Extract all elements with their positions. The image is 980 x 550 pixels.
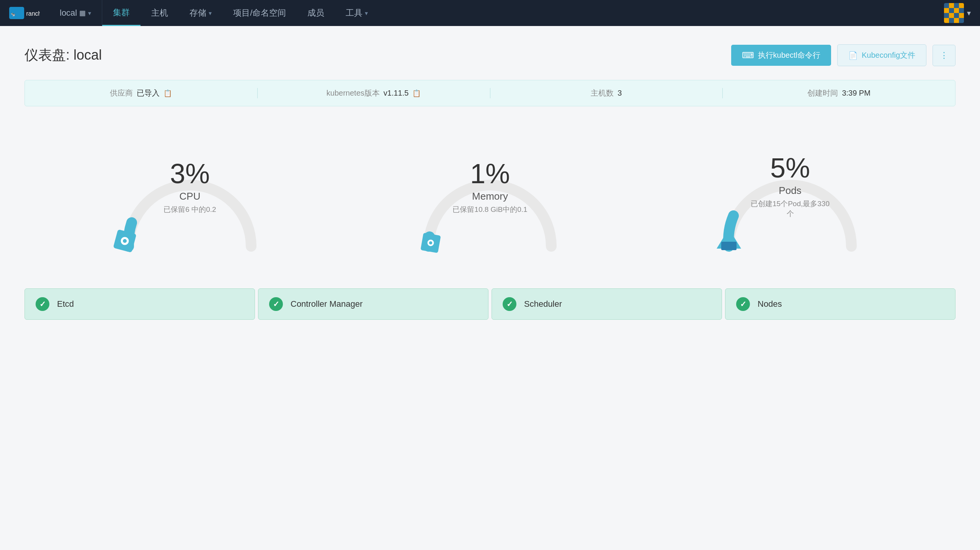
nav-item-projects[interactable]: 项目/命名空间 bbox=[222, 0, 297, 26]
memory-percent: 1% bbox=[452, 160, 527, 187]
kubeconfig-button[interactable]: 📄 Kubeconfig文件 bbox=[837, 44, 926, 66]
cpu-sublabel: 已保留6 中的0.2 bbox=[163, 205, 216, 215]
k8s-version-copy-icon[interactable]: 📋 bbox=[412, 89, 421, 98]
cpu-gauge: 3% CPU 已保留6 中的0.2 bbox=[90, 128, 289, 258]
nav-item-storage[interactable]: 存储 ▾ bbox=[179, 0, 222, 26]
info-created-time: 创建时间 3:39 PM bbox=[722, 88, 955, 98]
pods-sublabel: 已创建15个Pod,最多330 个 bbox=[750, 199, 830, 219]
vendor-copy-icon[interactable]: 📋 bbox=[163, 89, 172, 98]
nodes-check-icon: ✓ bbox=[736, 297, 750, 311]
nav-item-members[interactable]: 成员 bbox=[297, 0, 335, 26]
nav-items: 集群 主机 存储 ▾ 项目/命名空间 成员 工具 ▾ bbox=[102, 0, 944, 26]
cpu-gauge-icon bbox=[109, 226, 140, 258]
page-title: 仪表盘: local bbox=[24, 46, 102, 65]
terminal-icon: ⌨ bbox=[742, 50, 754, 60]
svg-point-5 bbox=[123, 239, 127, 243]
main-content: 仪表盘: local ⌨ 执行kubectl命令行 📄 Kubeconfig文件… bbox=[0, 26, 980, 338]
status-card-etcd: ✓ Etcd bbox=[24, 288, 255, 320]
user-avatar[interactable] bbox=[944, 3, 964, 23]
page-header: 仪表盘: local ⌨ 执行kubectl命令行 📄 Kubeconfig文件… bbox=[24, 44, 956, 66]
cpu-percent: 3% bbox=[163, 160, 216, 187]
cluster-icon: ▦ bbox=[79, 9, 86, 17]
svg-text:rancher: rancher bbox=[26, 10, 40, 17]
created-time-label: 创建时间 bbox=[807, 88, 838, 98]
nav-label-tools: 工具 bbox=[346, 7, 363, 19]
vendor-value: 已导入 bbox=[137, 88, 160, 98]
nav-right: ▾ bbox=[944, 3, 971, 23]
info-vendor: 供应商 已导入 📋 bbox=[25, 88, 257, 98]
status-card-scheduler: ✓ Scheduler bbox=[492, 288, 722, 320]
file-icon: 📄 bbox=[848, 51, 858, 60]
scheduler-check-icon: ✓ bbox=[503, 297, 516, 311]
cluster-chevron-icon: ▾ bbox=[88, 10, 91, 17]
vendor-label: 供应商 bbox=[110, 88, 133, 98]
nav-logo[interactable]: 🐄 rancher bbox=[9, 5, 40, 21]
nav-label-cluster: 集群 bbox=[113, 7, 130, 18]
more-button[interactable]: ⋮ bbox=[933, 45, 956, 66]
nav-label-host: 主机 bbox=[151, 7, 168, 19]
memory-sublabel: 已保留10.8 GiB中的0.1 bbox=[452, 205, 527, 215]
info-bar: 供应商 已导入 📋 kubernetes版本 v1.11.5 📋 主机数 3 创… bbox=[24, 80, 956, 106]
kubectl-button[interactable]: ⌨ 执行kubectl命令行 bbox=[731, 45, 831, 66]
scheduler-status-name: Scheduler bbox=[524, 299, 562, 309]
nav-label-members: 成员 bbox=[307, 7, 324, 19]
nav-label-projects: 项目/命名空间 bbox=[233, 7, 286, 19]
storage-chevron-icon: ▾ bbox=[209, 10, 212, 17]
cpu-label: CPU bbox=[163, 190, 216, 202]
info-k8s-version: kubernetes版本 v1.11.5 📋 bbox=[257, 88, 490, 98]
k8s-version-label: kubernetes版本 bbox=[327, 88, 380, 98]
controller-manager-check-icon: ✓ bbox=[269, 297, 283, 311]
pods-gauge: 5% Pods 已创建15个Pod,最多330 个 bbox=[691, 128, 890, 258]
pods-label: Pods bbox=[750, 185, 830, 197]
kubectl-label: 执行kubectl命令行 bbox=[758, 50, 820, 60]
cluster-selector[interactable]: local ▦ ▾ bbox=[49, 0, 102, 26]
gauges-row: 3% CPU 已保留6 中的0.2 bbox=[24, 128, 956, 258]
status-card-nodes: ✓ Nodes bbox=[725, 288, 956, 320]
host-count-value: 3 bbox=[617, 89, 622, 98]
status-card-controller-manager: ✓ Controller Manager bbox=[258, 288, 488, 320]
kubeconfig-label: Kubeconfig文件 bbox=[862, 50, 915, 60]
svg-rect-10 bbox=[721, 242, 737, 250]
etcd-check-icon: ✓ bbox=[36, 297, 49, 311]
k8s-version-value: v1.11.5 bbox=[384, 89, 409, 98]
cluster-name: local bbox=[60, 8, 77, 18]
memory-gauge: 1% Memory 已保留10.8 GiB中的0.1 bbox=[390, 128, 590, 258]
more-icon: ⋮ bbox=[940, 50, 948, 60]
pods-gauge-svg: 5% Pods 已创建15个Pod,最多330 个 bbox=[710, 128, 871, 258]
host-count-label: 主机数 bbox=[591, 88, 614, 98]
svg-text:🐄: 🐄 bbox=[11, 12, 16, 17]
cpu-gauge-svg: 3% CPU 已保留6 中的0.2 bbox=[109, 128, 270, 258]
header-actions: ⌨ 执行kubectl命令行 📄 Kubeconfig文件 ⋮ bbox=[731, 44, 956, 66]
created-time-value: 3:39 PM bbox=[842, 89, 870, 98]
nav-item-cluster[interactable]: 集群 bbox=[102, 0, 140, 26]
memory-label: Memory bbox=[452, 190, 527, 202]
status-cards-row: ✓ Etcd ✓ Controller Manager ✓ Scheduler … bbox=[23, 288, 957, 320]
tools-chevron-icon: ▾ bbox=[365, 10, 368, 17]
pods-percent: 5% bbox=[750, 154, 830, 182]
svg-point-8 bbox=[429, 241, 432, 244]
etcd-status-name: Etcd bbox=[57, 299, 74, 309]
nodes-status-name: Nodes bbox=[758, 299, 782, 309]
nav-label-storage: 存储 bbox=[189, 7, 206, 19]
nav-item-tools[interactable]: 工具 ▾ bbox=[335, 0, 379, 26]
navbar: 🐄 rancher local ▦ ▾ 集群 主机 存储 ▾ 项目/命名空间 成… bbox=[0, 0, 980, 26]
memory-gauge-svg: 1% Memory 已保留10.8 GiB中的0.1 bbox=[410, 128, 570, 258]
info-host-count: 主机数 3 bbox=[490, 88, 723, 98]
user-menu-chevron-icon[interactable]: ▾ bbox=[967, 8, 971, 18]
pods-gauge-center: 5% Pods 已创建15个Pod,最多330 个 bbox=[750, 154, 830, 219]
nav-item-host[interactable]: 主机 bbox=[140, 0, 179, 26]
memory-gauge-icon bbox=[417, 229, 444, 258]
pods-gauge-icon bbox=[714, 226, 744, 258]
cpu-gauge-center: 3% CPU 已保留6 中的0.2 bbox=[163, 160, 216, 215]
memory-gauge-center: 1% Memory 已保留10.8 GiB中的0.1 bbox=[452, 160, 527, 215]
controller-manager-status-name: Controller Manager bbox=[291, 299, 363, 309]
